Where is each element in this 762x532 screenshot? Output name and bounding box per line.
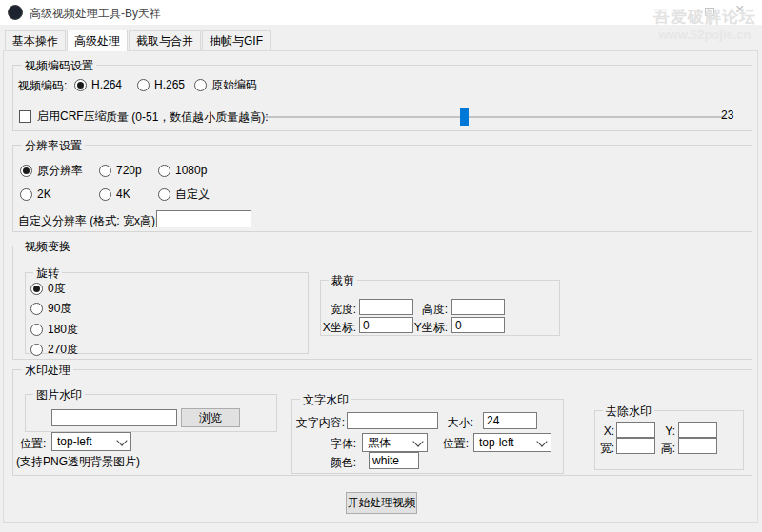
remove-height-input[interactable] bbox=[678, 438, 717, 454]
text-size-input[interactable] bbox=[483, 412, 537, 429]
crf-checkbox-label: 启用CRF压缩 bbox=[37, 108, 107, 125]
text-content-input[interactable] bbox=[347, 412, 438, 429]
tab-basic[interactable]: 基本操作 bbox=[5, 30, 66, 50]
radio-icon bbox=[30, 283, 43, 295]
crf-checkbox[interactable]: 启用CRF压缩 bbox=[19, 108, 107, 124]
start-processing-button[interactable]: 开始处理视频 bbox=[346, 492, 417, 514]
radio-rotate-0-label: 0度 bbox=[48, 281, 66, 297]
image-watermark-group: 图片水印 浏览 bbox=[25, 394, 277, 432]
radio-720p-label: 720p bbox=[116, 164, 142, 177]
radio-h264-label: H.264 bbox=[91, 78, 122, 91]
text-font-select[interactable]: 黑体 bbox=[362, 433, 428, 452]
radio-rotate-270[interactable]: 270度 bbox=[30, 342, 78, 357]
radio-icon bbox=[194, 79, 207, 91]
radio-rotate-180[interactable]: 180度 bbox=[30, 322, 78, 337]
remove-x-label: X: bbox=[600, 424, 614, 438]
radio-icon bbox=[20, 188, 32, 201]
crop-width-label: 宽度: bbox=[323, 302, 356, 318]
checkbox-icon bbox=[19, 110, 31, 123]
crop-group-title: 裁剪 bbox=[329, 273, 357, 289]
rotate-group-title: 旋转 bbox=[33, 266, 62, 282]
crop-height-input[interactable] bbox=[451, 299, 505, 315]
text-watermark-group: 文字水印 文字内容: 大小: 字体: 黑体 位置: top-left 颜色: bbox=[291, 399, 564, 474]
radio-original-resolution-label: 原分辨率 bbox=[37, 163, 83, 179]
quality-slider-track[interactable] bbox=[265, 116, 726, 118]
crop-x-input[interactable] bbox=[359, 317, 413, 333]
close-icon[interactable]: × bbox=[735, 1, 744, 18]
radio-4k[interactable]: 4K bbox=[99, 187, 130, 202]
app-icon bbox=[8, 5, 23, 20]
png-hint: (支持PNG透明背景图片) bbox=[16, 454, 140, 470]
crop-y-label: Y坐标: bbox=[411, 320, 448, 336]
radio-icon bbox=[99, 188, 111, 201]
watermark-group-title: 水印处理 bbox=[22, 363, 73, 379]
remove-x-input[interactable] bbox=[616, 422, 655, 438]
radio-2k-label: 2K bbox=[37, 187, 51, 201]
remove-y-label: Y: bbox=[661, 424, 675, 438]
radio-custom-resolution[interactable]: 自定义 bbox=[158, 187, 210, 202]
radio-original-resolution[interactable]: 原分辨率 bbox=[20, 163, 83, 178]
radio-icon bbox=[20, 165, 32, 177]
custom-resolution-input[interactable] bbox=[156, 210, 251, 227]
radio-rotate-90[interactable]: 90度 bbox=[30, 301, 71, 316]
radio-h265[interactable]: H.265 bbox=[137, 77, 185, 92]
custom-resolution-label: 自定义分辨率 (格式: 宽x高): bbox=[18, 213, 158, 229]
radio-1080p[interactable]: 1080p bbox=[158, 163, 207, 178]
radio-icon bbox=[137, 79, 150, 91]
quality-slider-thumb[interactable] bbox=[460, 108, 469, 126]
remove-height-label: 高: bbox=[659, 441, 675, 457]
radio-icon bbox=[30, 303, 43, 315]
remove-watermark-group: 去除水印 X: Y: 宽: 高: bbox=[594, 410, 744, 470]
codec-label: 视频编码: bbox=[18, 78, 67, 94]
radio-custom-resolution-label: 自定义 bbox=[175, 187, 210, 203]
image-position-select[interactable]: top-left bbox=[51, 432, 131, 451]
image-watermark-path-input[interactable] bbox=[51, 409, 177, 426]
quality-value: 23 bbox=[721, 108, 733, 122]
crop-x-label: X坐标: bbox=[321, 320, 356, 336]
radio-rotate-0[interactable]: 0度 bbox=[30, 281, 66, 296]
radio-icon bbox=[30, 324, 43, 336]
radio-720p[interactable]: 720p bbox=[99, 163, 142, 178]
transform-group: 视频变换 旋转 0度 90度 180度 270度 裁剪 宽度: bbox=[12, 246, 752, 360]
chevron-down-icon bbox=[116, 435, 127, 445]
encoding-group-title: 视频编码设置 bbox=[22, 58, 96, 74]
transform-group-title: 视频变换 bbox=[22, 239, 73, 255]
browse-button[interactable]: 浏览 bbox=[181, 408, 240, 427]
maximize-icon[interactable] bbox=[705, 8, 714, 16]
radio-4k-label: 4K bbox=[116, 187, 130, 201]
tab-frames-gif[interactable]: 抽帧与GIF bbox=[202, 30, 271, 50]
rotate-group: 旋转 0度 90度 180度 270度 bbox=[25, 272, 309, 354]
text-content-label: 文字内容: bbox=[294, 415, 345, 431]
crop-width-input[interactable] bbox=[359, 299, 413, 315]
text-font-value: 黑体 bbox=[368, 435, 391, 451]
text-position-select[interactable]: top-left bbox=[473, 433, 551, 452]
chevron-down-icon bbox=[536, 436, 547, 446]
text-color-label: 颜色: bbox=[329, 455, 356, 471]
radio-original-codec-label: 原始编码 bbox=[211, 77, 257, 93]
title-bar: 高级视频处理工具-By天祥 × bbox=[0, 0, 762, 25]
radio-icon bbox=[74, 79, 87, 91]
radio-2k[interactable]: 2K bbox=[20, 187, 51, 202]
radio-h264[interactable]: H.264 bbox=[74, 77, 122, 92]
radio-rotate-90-label: 90度 bbox=[48, 301, 71, 317]
radio-original-codec[interactable]: 原始编码 bbox=[194, 77, 257, 92]
radio-icon bbox=[30, 344, 43, 356]
remove-y-input[interactable] bbox=[678, 422, 717, 438]
watermark-group: 水印处理 图片水印 浏览 位置: top-left (支持PNG透明背景图片) … bbox=[12, 369, 752, 476]
window-title: 高级视频处理工具-By天祥 bbox=[30, 6, 161, 22]
radio-icon bbox=[99, 165, 111, 177]
tab-advanced[interactable]: 高级处理 bbox=[67, 30, 128, 51]
tab-cut-merge[interactable]: 截取与合并 bbox=[129, 30, 201, 50]
text-position-label: 位置: bbox=[442, 436, 469, 452]
image-position-label: 位置: bbox=[20, 436, 46, 452]
remove-watermark-group-title: 去除水印 bbox=[603, 404, 654, 420]
remove-width-input[interactable] bbox=[616, 438, 655, 454]
image-position-value: top-left bbox=[57, 435, 92, 448]
remove-width-label: 宽: bbox=[598, 441, 614, 457]
text-color-input[interactable] bbox=[369, 452, 419, 469]
tab-strip: 基本操作 高级处理 截取与合并 抽帧与GIF bbox=[5, 30, 271, 50]
forum-watermark-line2: www.52pojie.cn bbox=[653, 28, 756, 42]
radio-1080p-label: 1080p bbox=[175, 164, 207, 177]
text-size-label: 大小: bbox=[442, 415, 473, 431]
crop-y-input[interactable] bbox=[451, 317, 505, 333]
